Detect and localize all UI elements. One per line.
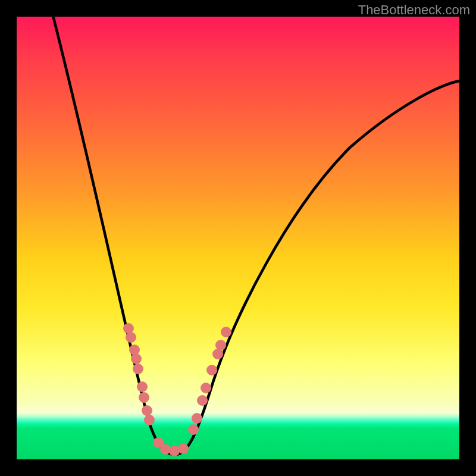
data-bead: [206, 365, 217, 375]
beads-right: [188, 327, 231, 435]
data-bead: [137, 381, 148, 392]
data-bead: [178, 443, 189, 454]
data-bead: [133, 364, 143, 374]
data-bead: [160, 444, 171, 455]
black-frame: TheBottleneck.com: [0, 0, 476, 476]
data-bead: [131, 353, 142, 364]
bottleneck-curve: [54, 17, 460, 455]
data-bead: [197, 395, 208, 406]
data-bead: [129, 345, 140, 355]
data-bead: [188, 424, 199, 435]
beads-left: [123, 323, 155, 425]
data-bead: [192, 413, 202, 424]
data-bead: [215, 340, 226, 350]
plot-area: [17, 17, 459, 459]
chart-svg: [17, 17, 459, 459]
data-bead: [139, 392, 149, 403]
data-bead: [142, 405, 152, 416]
watermark-text: TheBottleneck.com: [358, 2, 470, 18]
data-bead: [221, 327, 231, 337]
data-bead: [144, 415, 155, 425]
data-bead: [201, 383, 211, 393]
beads-bottom: [153, 437, 189, 456]
data-bead: [126, 332, 136, 343]
